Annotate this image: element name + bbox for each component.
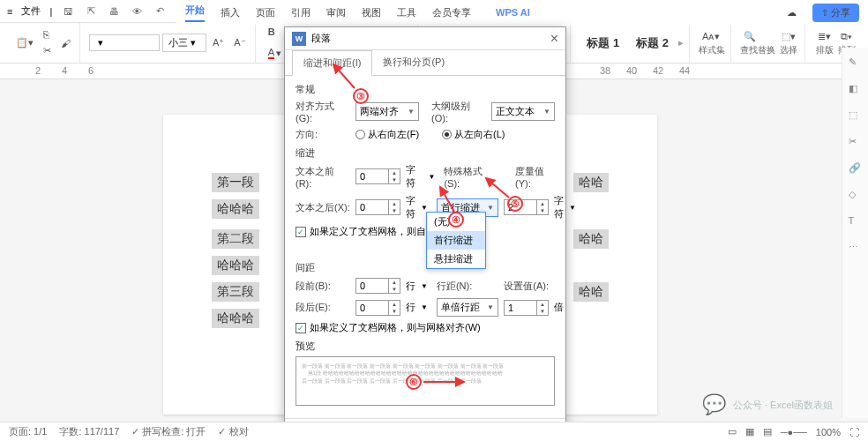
- rtl-radio[interactable]: 从右向左(F): [355, 128, 419, 141]
- space-after-spin[interactable]: ▲▼: [355, 300, 400, 316]
- linesp-label: 行距(N):: [437, 280, 472, 293]
- view-icon-1[interactable]: ▭: [728, 426, 737, 437]
- align-select[interactable]: 两端对齐▼: [355, 102, 419, 121]
- setval-label: 设置值(A):: [504, 280, 549, 293]
- para-1[interactable]: 第一段: [212, 173, 259, 192]
- zoom-level[interactable]: 100%: [816, 427, 841, 437]
- word-count[interactable]: 字数: 117/117: [59, 425, 119, 438]
- select-tool-icon[interactable]: ⬚: [849, 109, 863, 123]
- save-icon[interactable]: 🖫: [61, 4, 75, 19]
- page-status[interactable]: 页面: 1/1: [9, 425, 47, 438]
- close-icon[interactable]: ×: [550, 31, 558, 47]
- preview-icon[interactable]: 👁: [130, 4, 144, 19]
- space-after-label: 段后(E):: [296, 301, 350, 314]
- space-before-spin[interactable]: ▲▼: [355, 278, 400, 294]
- spell-status[interactable]: ✓ 拼写检查: 打开: [131, 425, 206, 438]
- para-1b[interactable]: 哈哈: [573, 173, 609, 192]
- dd-first[interactable]: 首行缩进: [427, 231, 485, 250]
- bold-button[interactable]: B: [265, 25, 279, 39]
- export-icon[interactable]: ⇱: [84, 4, 98, 19]
- grow-font[interactable]: A⁺: [209, 35, 228, 50]
- word-icon: W: [292, 32, 306, 46]
- text-icon[interactable]: T: [849, 215, 863, 229]
- shrink-font[interactable]: A⁻: [230, 35, 249, 50]
- format-painter[interactable]: 🖌: [57, 36, 74, 50]
- find-button[interactable]: 🔍: [740, 29, 775, 44]
- space-before-label: 段前(B):: [296, 280, 350, 293]
- grid-auto-check[interactable]: ✓如果定义了文档网格，则自动调整: [296, 225, 555, 238]
- linesp-select[interactable]: 单倍行距▼: [437, 298, 498, 317]
- menu-tools[interactable]: 工具: [397, 6, 416, 19]
- menu-vip[interactable]: 会员专享: [432, 6, 471, 19]
- styles-button[interactable]: Aᴀ▾: [699, 29, 725, 44]
- tab-indent[interactable]: 缩进和间距(I): [292, 50, 372, 76]
- menu-insert[interactable]: 插入: [221, 6, 240, 19]
- after-spin[interactable]: ▲▼: [355, 199, 400, 215]
- dialog-tabs: 缩进和间距(I) 换行和分页(P): [285, 50, 565, 76]
- before-spin[interactable]: ▲▼: [355, 168, 400, 184]
- chain-icon[interactable]: 🔗: [849, 162, 863, 176]
- para-2[interactable]: 哈哈哈: [212, 199, 259, 219]
- para-4[interactable]: 哈哈哈: [212, 256, 259, 275]
- para-6[interactable]: 哈哈哈: [212, 309, 259, 328]
- para-3b[interactable]: 哈哈: [573, 229, 609, 249]
- para-5[interactable]: 第三段: [212, 282, 259, 302]
- para-3[interactable]: 第二段: [212, 229, 259, 249]
- share-button[interactable]: ⇧ 分享: [812, 4, 859, 22]
- menu-page[interactable]: 页面: [256, 6, 275, 19]
- nav-icon[interactable]: ◧: [849, 83, 863, 97]
- paragraph-dialog: W 段落 × 缩进和间距(I) 换行和分页(P) 常规 对齐方式(G): 两端对…: [284, 26, 566, 441]
- menu-start[interactable]: 开始: [185, 4, 205, 22]
- view-icon-3[interactable]: ▤: [763, 426, 772, 437]
- section-general: 常规: [296, 83, 555, 96]
- dd-hang[interactable]: 悬挂缩进: [427, 250, 485, 268]
- paste-button[interactable]: 📋▾: [12, 35, 37, 50]
- tab-break[interactable]: 换行和分页(P): [372, 50, 455, 75]
- section-preview: 预览: [296, 340, 555, 353]
- menu-bar: 开始 插入 页面 引用 审阅 视图 工具 会员专享 WPS AI ☁ ⇧ 分享: [176, 0, 868, 25]
- font-family-select[interactable]: ▾: [89, 34, 160, 51]
- special-label: 特殊格式(S):: [444, 165, 492, 189]
- fullscreen-icon[interactable]: ⛶: [849, 427, 859, 437]
- file-menu[interactable]: 文件: [21, 4, 41, 18]
- font-size-select[interactable]: 小三 ▾: [162, 34, 206, 52]
- font-color-button[interactable]: A▾: [265, 45, 285, 61]
- setval-spin[interactable]: ▲▼: [504, 300, 549, 316]
- heading-2[interactable]: 标题 2: [629, 35, 676, 51]
- menu-icon[interactable]: ≡: [7, 6, 12, 17]
- dialog-title: 段落: [311, 32, 331, 45]
- heading-more[interactable]: ▸: [678, 37, 684, 49]
- select-button[interactable]: ⬚▾: [778, 29, 799, 44]
- cloud-icon[interactable]: ☁: [787, 7, 797, 19]
- grid-align-check[interactable]: ✓如果定义了文档网格，则与网格对齐(W): [296, 321, 555, 334]
- view-icon-2[interactable]: ▦: [745, 426, 754, 437]
- pencil-icon[interactable]: ✎: [849, 56, 863, 71]
- more-icon[interactable]: ⋯: [849, 242, 863, 256]
- measure-spin[interactable]: ▲▼: [504, 199, 549, 215]
- dd-none[interactable]: (无): [427, 213, 485, 231]
- ltr-radio[interactable]: 从左向右(L): [442, 128, 505, 141]
- special-dropdown: (无) 首行缩进 悬挂缩进: [426, 212, 486, 269]
- menu-review[interactable]: 审阅: [326, 6, 346, 19]
- section-spacing: 间距: [296, 261, 555, 274]
- menu-ref[interactable]: 引用: [291, 6, 311, 19]
- zoom-slider[interactable]: ─●──: [781, 427, 807, 437]
- undo-icon[interactable]: ↶: [153, 4, 167, 19]
- clip-icon[interactable]: ✂: [849, 136, 863, 150]
- print-icon[interactable]: 🖶: [107, 4, 121, 19]
- para-5b[interactable]: 哈哈: [573, 282, 609, 302]
- direction-label: 方向:: [296, 128, 350, 141]
- proof-status[interactable]: ✓ 校对: [218, 425, 248, 438]
- sort-button[interactable]: ⧉▾: [837, 29, 856, 44]
- shape-icon[interactable]: ◇: [849, 189, 863, 203]
- wps-ai[interactable]: WPS AI: [496, 7, 530, 18]
- heading-1[interactable]: 标题 1: [580, 35, 626, 51]
- copy-button[interactable]: ⎘: [40, 27, 55, 41]
- menu-view[interactable]: 视图: [362, 6, 381, 19]
- outline-select[interactable]: 正文文本▼: [491, 102, 555, 121]
- outline-label: 大纲级别(O):: [431, 100, 486, 123]
- watermark: 💬 公众号 · Excel函数表姐: [702, 393, 833, 416]
- layout-button[interactable]: ≣▾: [814, 29, 834, 44]
- section-indent: 缩进: [296, 146, 555, 160]
- cut-button[interactable]: ✂: [40, 43, 55, 58]
